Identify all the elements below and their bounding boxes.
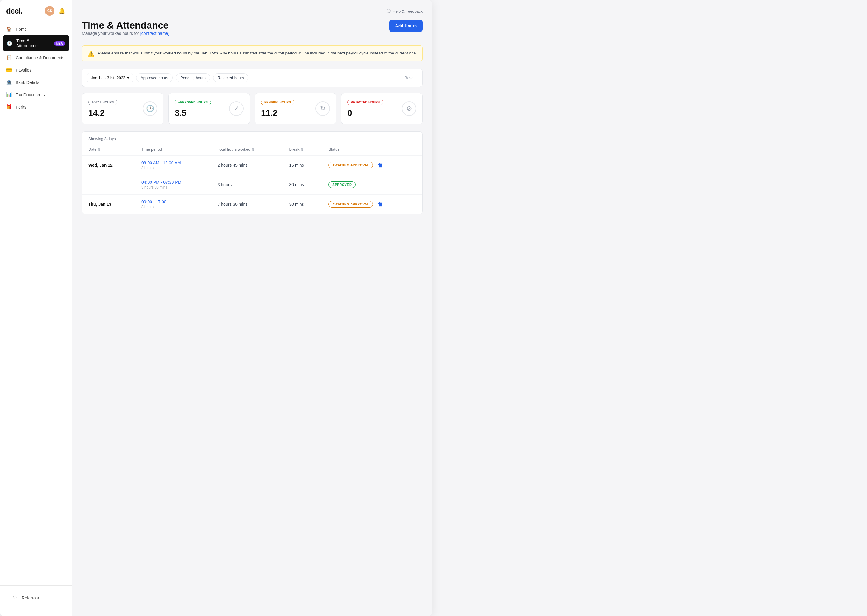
hours-table-section: Showing 3 days Date⇅ Time period Total h… bbox=[82, 132, 422, 214]
row-break-1: 30 mins bbox=[283, 175, 322, 195]
col-break: Break⇅ bbox=[283, 143, 322, 156]
approved-hours-filter-chip[interactable]: Approved hours bbox=[136, 73, 173, 82]
payslips-icon: 💳 bbox=[6, 67, 12, 73]
bank-details-icon: 🏦 bbox=[6, 79, 12, 85]
heart-icon: ♡ bbox=[12, 595, 18, 601]
sidebar-label-tax-documents: Tax Documents bbox=[16, 92, 66, 97]
stat-badge-1: APPROVED HOURS bbox=[175, 99, 211, 105]
stats-row: TOTAL HOURS 14.2 🕐 APPROVED HOURS 3.5 ✓ … bbox=[82, 93, 422, 124]
sidebar-header: deel. CS 🔔 bbox=[0, 6, 72, 23]
stat-icon-0: 🕐 bbox=[143, 101, 157, 116]
page-subtitle: Manage your worked hours for [contract n… bbox=[82, 31, 169, 36]
sidebar-item-referrals[interactable]: ♡ Referrals bbox=[6, 592, 66, 604]
time-period-link-0[interactable]: 09:00 AM - 12:00 AM bbox=[142, 160, 206, 165]
delete-button-2[interactable]: 🗑 bbox=[377, 200, 385, 209]
stat-icon-1: ✓ bbox=[229, 101, 244, 116]
status-badge-1: APPROVED bbox=[328, 181, 356, 188]
help-feedback-label: Help & Feedback bbox=[393, 9, 422, 14]
notification-bell-icon[interactable]: 🔔 bbox=[57, 6, 66, 15]
row-time-period-0: 09:00 AM - 12:00 AM 3 hours bbox=[136, 156, 212, 175]
stat-badge-3: REJECTED HOURS bbox=[347, 99, 383, 105]
page-header: Time & Attendance Manage your worked hou… bbox=[82, 20, 422, 43]
row-status-2: AWAITING APPROVAL 🗑 bbox=[322, 195, 422, 214]
pending-hours-filter-chip[interactable]: Pending hours bbox=[176, 73, 210, 82]
stat-card-left-2: PENDING HOURS 11.2 bbox=[261, 99, 294, 118]
contract-name-link[interactable]: [contract name] bbox=[140, 31, 169, 36]
time-period-sub-1: 3 hours 30 mins bbox=[142, 185, 167, 190]
status-badge-0: AWAITING APPROVAL bbox=[328, 162, 373, 168]
stat-badge-2: PENDING HOURS bbox=[261, 99, 294, 105]
row-break-2: 30 mins bbox=[283, 195, 322, 214]
avatar[interactable]: CS bbox=[45, 6, 55, 16]
sidebar-item-home[interactable]: 🏠 Home bbox=[0, 23, 72, 35]
sidebar-bottom: ♡ Referrals bbox=[0, 585, 72, 610]
stat-badge-0: TOTAL HOURS bbox=[88, 99, 117, 105]
sidebar: deel. CS 🔔 🏠 Home 🕐 Time & Attendance NE… bbox=[0, 0, 72, 616]
sort-icon[interactable]: ⇅ bbox=[98, 148, 100, 151]
alert-banner: ⚠️ Please ensure that you submit your wo… bbox=[82, 46, 422, 61]
actions-cell-0: AWAITING APPROVAL 🗑 bbox=[328, 161, 416, 170]
actions-cell-2: AWAITING APPROVAL 🗑 bbox=[328, 200, 416, 209]
stat-value-3: 0 bbox=[347, 108, 383, 118]
table-header: Date⇅ Time period Total hours worked⇅ Br… bbox=[82, 143, 422, 156]
col-date: Date⇅ bbox=[82, 143, 136, 156]
top-bar: ⓘ Help & Feedback bbox=[82, 8, 422, 14]
stat-card-left-1: APPROVED HOURS 3.5 bbox=[175, 99, 211, 118]
alert-text: Please ensure that you submit your worke… bbox=[98, 50, 417, 57]
help-circle-icon: ⓘ bbox=[387, 8, 391, 14]
stat-card-0: TOTAL HOURS 14.2 🕐 bbox=[82, 93, 164, 124]
page-title: Time & Attendance bbox=[82, 20, 169, 31]
chevron-down-icon: ▾ bbox=[127, 75, 129, 80]
reset-button[interactable]: Reset bbox=[401, 74, 418, 82]
sidebar-item-tax-documents[interactable]: 📊 Tax Documents bbox=[0, 88, 72, 101]
new-badge: NEW bbox=[54, 41, 65, 46]
showing-days-text: Showing 3 days bbox=[82, 132, 422, 143]
sidebar-label-home: Home bbox=[16, 27, 66, 31]
sort-icon[interactable]: ⇅ bbox=[252, 148, 254, 151]
time-period-link-1[interactable]: 04:00 PM - 07:30 PM bbox=[142, 180, 206, 185]
row-date-1 bbox=[82, 175, 136, 195]
stat-icon-2: ↻ bbox=[315, 101, 330, 116]
sidebar-label-bank-details: Bank Details bbox=[16, 80, 66, 85]
col-status: Status bbox=[322, 143, 422, 156]
rejected-hours-filter-chip[interactable]: Rejected hours bbox=[213, 73, 248, 82]
row-time-period-1: 04:00 PM - 07:30 PM 3 hours 30 mins bbox=[136, 175, 212, 195]
time-period-sub-2: 8 hours bbox=[142, 205, 153, 209]
row-total-hours-2: 7 hours 30 mins bbox=[212, 195, 283, 214]
table-row: Wed, Jan 12 09:00 AM - 12:00 AM 3 hours … bbox=[82, 156, 422, 175]
sidebar-item-bank-details[interactable]: 🏦 Bank Details bbox=[0, 76, 72, 88]
main-content: ⓘ Help & Feedback Time & Attendance Mana… bbox=[72, 0, 432, 616]
stat-icon-3: ⊘ bbox=[402, 101, 416, 116]
sidebar-item-compliance[interactable]: 📋 Compliance & Documents bbox=[0, 52, 72, 64]
hours-table: Date⇅ Time period Total hours worked⇅ Br… bbox=[82, 143, 422, 214]
row-status-1: APPROVED bbox=[322, 175, 422, 195]
compliance-icon: 📋 bbox=[6, 55, 12, 60]
stat-value-2: 11.2 bbox=[261, 108, 294, 118]
date-range-label: Jan 1st - 31st, 2023 bbox=[91, 75, 125, 80]
sidebar-item-perks[interactable]: 🎁 Perks bbox=[0, 101, 72, 113]
stat-card-3: REJECTED HOURS 0 ⊘ bbox=[341, 93, 422, 124]
table-body: Wed, Jan 12 09:00 AM - 12:00 AM 3 hours … bbox=[82, 156, 422, 214]
stat-card-left-0: TOTAL HOURS 14.2 bbox=[88, 99, 117, 118]
referrals-label: Referrals bbox=[22, 596, 60, 600]
sidebar-top-icons: CS 🔔 bbox=[45, 6, 66, 16]
date-range-dropdown[interactable]: Jan 1st - 31st, 2023 ▾ bbox=[87, 73, 133, 82]
help-feedback-link[interactable]: ⓘ Help & Feedback bbox=[387, 8, 422, 14]
delete-button-0[interactable]: 🗑 bbox=[377, 161, 385, 170]
actions-cell-1: APPROVED bbox=[328, 181, 416, 188]
col-time-period: Time period bbox=[136, 143, 212, 156]
row-total-hours-1: 3 hours bbox=[212, 175, 283, 195]
add-hours-button[interactable]: Add Hours bbox=[389, 20, 423, 32]
tax-documents-icon: 📊 bbox=[6, 92, 12, 97]
sidebar-item-payslips[interactable]: 💳 Payslips bbox=[0, 64, 72, 76]
time-period-link-2[interactable]: 09:00 - 17:00 bbox=[142, 200, 206, 204]
row-break-0: 15 mins bbox=[283, 156, 322, 175]
row-date-2: Thu, Jan 13 bbox=[82, 195, 136, 214]
stat-value-0: 14.2 bbox=[88, 108, 117, 118]
row-time-period-2: 09:00 - 17:00 8 hours bbox=[136, 195, 212, 214]
sidebar-item-time-attendance[interactable]: 🕐 Time & Attendance NEW bbox=[3, 35, 69, 52]
sort-icon[interactable]: ⇅ bbox=[300, 148, 303, 151]
table-row: 04:00 PM - 07:30 PM 3 hours 30 mins 3 ho… bbox=[82, 175, 422, 195]
time-period-sub-0: 3 hours bbox=[142, 166, 153, 170]
home-icon: 🏠 bbox=[6, 26, 12, 32]
